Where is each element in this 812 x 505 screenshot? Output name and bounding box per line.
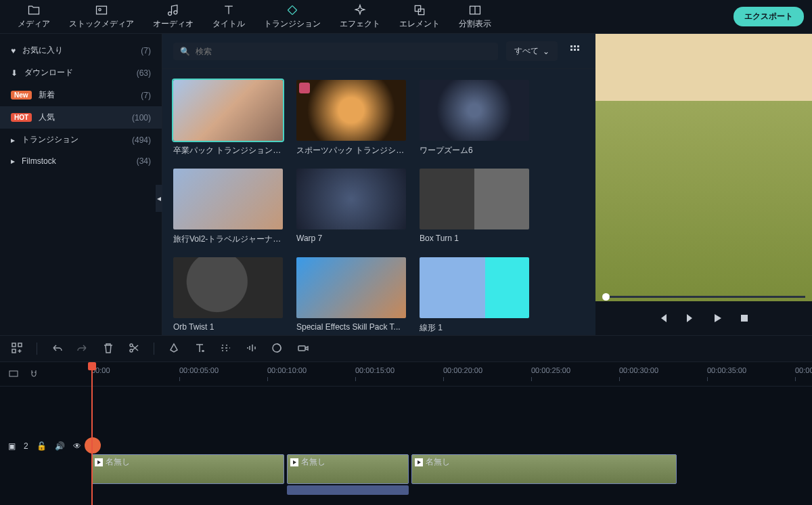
svg-rect-10 xyxy=(577,49,579,51)
color-button[interactable] xyxy=(271,342,283,356)
chevron-right-icon: ▸ xyxy=(11,135,15,145)
visibility-icon[interactable]: 👁 xyxy=(73,441,81,451)
ruler-tick: 00:00:25:00 xyxy=(531,366,570,374)
transition-thumb[interactable]: Special Effects Skill Pack T... xyxy=(296,257,406,334)
ruler-tick: 00:00:30:00 xyxy=(619,366,658,374)
clip-label: 名無し xyxy=(426,456,450,468)
transition-thumb[interactable]: 線形 1 xyxy=(420,257,529,334)
playhead-handle[interactable] xyxy=(85,437,101,454)
nav-stock[interactable]: ストックメディア xyxy=(60,1,143,32)
delete-button[interactable] xyxy=(102,342,114,356)
thumb-label: スポーツパック トランジション 05 xyxy=(296,145,406,156)
preview-video[interactable] xyxy=(595,34,812,301)
play-icon xyxy=(95,458,103,466)
sidebar-downloads[interactable]: ⬇ダウンロード(63) xyxy=(0,62,162,84)
audio-button[interactable] xyxy=(245,342,257,356)
thumb-label: Special Effects Skill Pack T... xyxy=(296,322,406,332)
play-icon xyxy=(415,458,423,466)
sidebar-transitions[interactable]: ▸トランジション(494) xyxy=(0,129,162,151)
record-button[interactable] xyxy=(296,342,309,356)
new-badge: New xyxy=(11,91,32,100)
nav-audio[interactable]: オーディオ xyxy=(143,1,203,32)
play-button[interactable] xyxy=(712,313,723,324)
timeline-ruler[interactable]: 00:0000:00:05:0000:00:10:0000:00:15:0000… xyxy=(0,362,812,387)
transition-thumb[interactable]: ワープズーム6 xyxy=(420,80,529,156)
split-button[interactable] xyxy=(128,342,140,356)
mute-icon[interactable]: 🔊 xyxy=(55,441,65,451)
transition-thumb[interactable]: Box Turn 1 xyxy=(420,169,529,245)
next-frame-button[interactable] xyxy=(685,313,696,324)
premium-badge xyxy=(299,83,310,93)
video-track-icon[interactable]: ▣ xyxy=(8,441,16,451)
svg-rect-14 xyxy=(18,343,22,347)
ruler-tick: 00:00:05:00 xyxy=(179,366,219,374)
preview-scrubber[interactable] xyxy=(602,296,805,298)
ruler-tick: 00:00:15:00 xyxy=(355,366,394,374)
thumb-label: Box Turn 1 xyxy=(420,234,529,243)
lock-icon[interactable]: 🔓 xyxy=(37,441,47,451)
timeline: 00:0000:00:05:0000:00:10:0000:00:15:0000… xyxy=(0,362,812,505)
clips-container: 名無し名無し名無し xyxy=(91,454,812,489)
svg-rect-0 xyxy=(97,6,107,14)
add-marker-button[interactable] xyxy=(11,342,23,356)
ruler-tick: 00:00:40 xyxy=(795,366,812,374)
timeline-clip[interactable]: 名無し xyxy=(287,454,409,484)
filter-dropdown[interactable]: すべて⌄ xyxy=(506,41,558,61)
clip-label: 名無し xyxy=(106,456,130,468)
category-sidebar: ♥お気に入り(7) ⬇ダウンロード(63) New新着(7) HOT人気(100… xyxy=(0,34,162,335)
undo-button[interactable] xyxy=(51,342,63,356)
timeline-clip[interactable]: 名無し xyxy=(411,454,677,484)
svg-rect-19 xyxy=(9,371,18,376)
hot-badge: HOT xyxy=(11,113,32,122)
svg-rect-9 xyxy=(574,49,576,51)
search-input[interactable] xyxy=(196,47,491,56)
transition-thumb[interactable]: スポーツパック トランジション 05 xyxy=(296,80,406,156)
nav-effect[interactable]: エフェクト xyxy=(330,1,390,32)
crop-button[interactable] xyxy=(168,342,180,356)
zoom-fit-button[interactable] xyxy=(8,368,19,381)
nav-media[interactable]: メディア xyxy=(8,1,60,32)
nav-element[interactable]: エレメント xyxy=(390,1,449,32)
export-button[interactable]: エクスポート xyxy=(734,7,804,26)
nav-title[interactable]: タイトル xyxy=(203,1,254,32)
svg-rect-18 xyxy=(298,346,305,351)
search-box[interactable]: 🔍 xyxy=(173,43,498,60)
svg-rect-11 xyxy=(741,315,748,322)
sidebar-new[interactable]: New新着(7) xyxy=(0,84,162,106)
sidebar-filmstock[interactable]: ▸Filmstock(34) xyxy=(0,151,162,171)
stop-button[interactable] xyxy=(739,313,750,324)
svg-point-1 xyxy=(99,9,101,11)
transition-thumb[interactable]: 卒業パック トランジション 02 xyxy=(173,80,283,156)
sidebar-popular[interactable]: HOT人気(100) xyxy=(0,106,162,129)
audio-segment[interactable] xyxy=(287,485,409,495)
thumb-label: 旅行Vol2-トラベルジャーナル... xyxy=(173,234,283,245)
svg-rect-2 xyxy=(415,5,420,11)
prev-frame-button[interactable] xyxy=(658,313,669,324)
text-button[interactable] xyxy=(194,342,206,356)
heart-icon: ♥ xyxy=(11,46,16,56)
sidebar-favorites[interactable]: ♥お気に入り(7) xyxy=(0,39,162,62)
thumb-label: 線形 1 xyxy=(420,322,529,334)
magnet-button[interactable] xyxy=(28,368,39,381)
ruler-tick: 00:00:35:00 xyxy=(707,366,746,374)
preview-panel xyxy=(595,34,812,335)
redo-button[interactable] xyxy=(76,342,89,356)
svg-rect-6 xyxy=(574,45,576,47)
timeline-clip[interactable]: 名無し xyxy=(91,454,284,484)
grid-view-button[interactable] xyxy=(566,41,585,62)
thumb-label: Warp 7 xyxy=(296,234,406,243)
transition-thumb[interactable]: 旅行Vol2-トラベルジャーナル... xyxy=(173,169,283,245)
search-icon: 🔍 xyxy=(180,47,190,56)
nav-split[interactable]: 分割表示 xyxy=(449,1,501,32)
timeline-toolbar xyxy=(0,335,812,362)
collapse-handle[interactable]: ◂ xyxy=(156,185,162,212)
transition-thumb[interactable]: Orb Twist 1 xyxy=(173,257,283,334)
svg-rect-7 xyxy=(577,45,579,47)
svg-rect-5 xyxy=(570,45,572,47)
clip-label: 名無し xyxy=(301,456,325,468)
play-icon xyxy=(290,458,298,466)
nav-transition[interactable]: トランジション xyxy=(254,1,330,32)
playhead[interactable] xyxy=(91,362,93,505)
speed-button[interactable] xyxy=(219,342,231,356)
transition-thumb[interactable]: Warp 7 xyxy=(296,169,406,245)
